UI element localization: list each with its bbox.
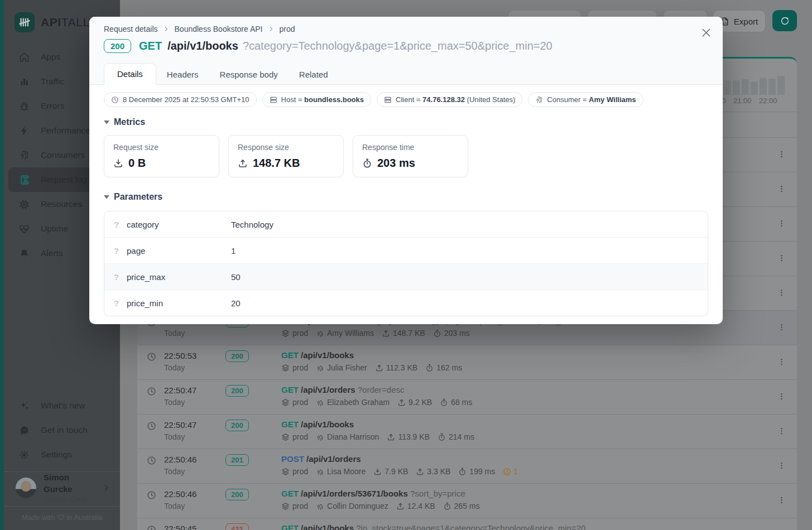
heart-pulse-icon [19, 224, 30, 234]
sidebar-item-label: Performance [41, 126, 90, 136]
kebab-menu-icon[interactable] [777, 288, 786, 297]
parameter-row: ? category Technology [104, 211, 708, 237]
chat-icon [19, 425, 30, 436]
kebab-menu-icon[interactable] [777, 495, 786, 505]
mini-bar [733, 80, 740, 95]
question-mark-icon: ? [114, 272, 127, 282]
mini-bar [768, 79, 776, 95]
request-endpoint: GET /api/v1/orders ?order=desc [281, 385, 405, 394]
request-endpoint: GET /api/v1/books ?in_stock=true&page=1&… [281, 523, 585, 530]
sidebar-item-settings[interactable]: Settings [4, 442, 120, 467]
tab-headers[interactable]: Headers [156, 64, 209, 85]
kebab-menu-icon[interactable] [777, 253, 786, 263]
status-badge: 200 [225, 489, 249, 500]
parameter-name: price_min [127, 298, 231, 308]
upload-icon [387, 433, 395, 441]
table-row[interactable]: 22:50:46 Today 201 POST /api/v1/orders p… [137, 449, 797, 484]
metric-label: Response size [238, 143, 334, 152]
request-date: Today [164, 467, 185, 476]
mini-bar [777, 76, 785, 95]
request-date: Today [164, 363, 185, 372]
axis-label: 22:00 [759, 97, 777, 105]
collapse-triangle-icon [104, 121, 109, 124]
made-with-love: Made with in Australia [4, 513, 120, 522]
parameters-section-header[interactable]: Parameters [104, 192, 708, 202]
kebab-menu-icon[interactable] [777, 426, 786, 436]
kebab-menu-icon[interactable] [777, 150, 786, 159]
kebab-menu-icon[interactable] [777, 184, 786, 194]
sidebar-item-get-in-touch[interactable]: Get in touch [4, 418, 120, 442]
parameter-name: category [127, 220, 231, 229]
lightning-icon [19, 126, 30, 136]
status-badge: 422 [225, 523, 249, 530]
consumer-chip[interactable]: Consumer = Amy Williams [528, 92, 643, 107]
question-mark-icon: ? [114, 220, 127, 229]
breadcrumb-item[interactable]: prod [280, 25, 295, 33]
scroll-icon [19, 175, 30, 185]
upload-icon [396, 502, 405, 510]
status-badge: 200 [225, 420, 249, 431]
request-date: Today [164, 502, 185, 510]
fingerprint-icon [316, 433, 324, 441]
clock-icon [147, 525, 156, 530]
kebab-menu-icon[interactable] [777, 357, 786, 367]
request-endpoint: GET /api/v1/books [281, 350, 354, 360]
kebab-menu-icon[interactable] [777, 461, 786, 470]
sidebar-item-label: Errors [41, 101, 64, 111]
user-menu[interactable]: Simon Gurcke Cosmic Code [4, 475, 120, 500]
gear-icon [19, 450, 30, 460]
close-icon[interactable] [700, 27, 712, 38]
download-icon [373, 468, 382, 476]
table-row[interactable]: 22:50:45 422 GET /api/v1/books ?in_stock… [137, 518, 797, 530]
clock-icon [147, 352, 156, 362]
request-meta: prod Collin Dominguez 12.4 KB 265 ms [281, 502, 480, 510]
metric-card-request-size: Request size 0 B [104, 135, 219, 177]
mini-bar [760, 78, 767, 95]
metric-card-response-time: Response time 203 ms [353, 135, 468, 177]
kebab-menu-icon[interactable] [777, 219, 786, 228]
sidebar-item-whats-new[interactable]: What's new [4, 393, 120, 418]
client-chip[interactable]: Client = 74.76.128.32 (United States) [377, 92, 522, 107]
sidebar-item-label: Uptime [41, 224, 68, 234]
request-details-modal: Request details Boundless Bookstore API … [89, 17, 723, 324]
parameter-value: 50 [231, 272, 241, 282]
request-date: Today [164, 432, 185, 441]
breadcrumb-item[interactable]: Boundless Bookstore API [175, 25, 263, 33]
parameter-value: 1 [231, 246, 236, 256]
export-label: Export [734, 17, 758, 26]
table-row[interactable]: 22:50:47 Today 200 GET /api/v1/orders ?o… [137, 380, 797, 415]
layers-icon [281, 433, 290, 441]
request-summary: 200 GET /api/v1/books ?category=Technolo… [104, 39, 552, 53]
tab-details[interactable]: Details [104, 63, 156, 85]
bug-icon [19, 101, 30, 112]
kebab-menu-icon[interactable] [777, 392, 786, 401]
table-row[interactable]: 22:50:46 Today 200 GET /api/v1/orders/53… [137, 484, 797, 518]
section-title: Parameters [114, 192, 162, 202]
host-chip[interactable]: Host = boundless.books [262, 92, 371, 107]
tab-related[interactable]: Related [289, 64, 339, 85]
request-endpoint: GET /api/v1/orders/53671/books ?sort_by=… [281, 489, 465, 498]
modal-body: 8 December 2025 at 22:50:53 GMT+10 Host … [89, 85, 723, 324]
brand-logo[interactable]: APITALLY [15, 12, 97, 32]
clock-icon [147, 387, 156, 396]
metric-value: 0 B [128, 157, 146, 170]
timestamp-chip[interactable]: 8 December 2025 at 22:50:53 GMT+10 [104, 92, 257, 107]
stopwatch-icon [440, 398, 448, 407]
request-query: ?category=Technology&page=1&price_max=50… [243, 40, 552, 52]
parameter-row: ? page 1 [104, 237, 708, 263]
table-row[interactable]: 22:50:47 Today 200 GET /api/v1/books pro… [137, 415, 797, 449]
app-window: APITALLY Apps Traffic Errors Performance [0, 0, 812, 530]
refresh-button[interactable] [772, 10, 797, 31]
request-time: 22:50:46 [164, 489, 196, 499]
kebab-menu-icon[interactable] [777, 322, 786, 332]
metrics-section-header[interactable]: Metrics [104, 117, 708, 127]
request-meta: prod Julia Fisher 112.3 KB 162 ms [281, 363, 462, 372]
stopwatch-icon [362, 158, 372, 168]
tab-response-body[interactable]: Response body [209, 64, 289, 85]
parameter-value: Technology [231, 220, 273, 229]
sidebar-item-label: Resources [41, 199, 82, 209]
table-row[interactable]: 22:50:53 Today 200 GET /api/v1/books pro… [137, 345, 797, 380]
bell-icon [19, 248, 30, 259]
parameter-row: ? price_max 50 [104, 263, 708, 290]
section-title: Metrics [114, 117, 145, 127]
